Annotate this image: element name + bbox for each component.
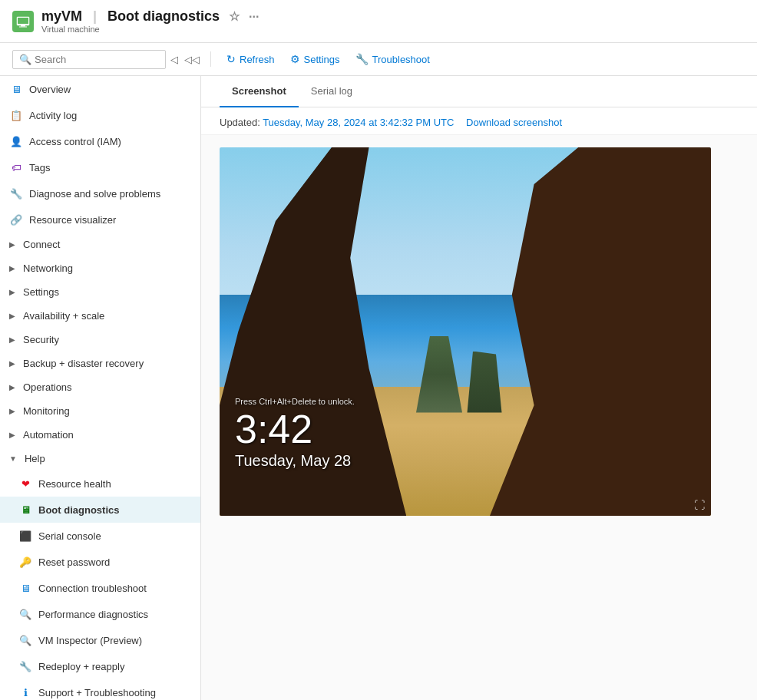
troubleshoot-button[interactable]: 🔧 Troubleshoot [349, 49, 436, 69]
sidebar-item-tags[interactable]: 🏷 Tags [0, 154, 200, 180]
header-title: myVM | Boot diagnostics ☆ ··· Virtual ma… [41, 8, 259, 34]
sidebar-item-resource-visualizer[interactable]: 🔗 Resource visualizer [0, 206, 200, 233]
sidebar-item-activity-log[interactable]: 📋 Activity log [0, 102, 200, 128]
sidebar-item-reset-password[interactable]: 🔑 Reset password [0, 549, 200, 575]
sidebar-item-serial-console[interactable]: ⬛ Serial console [0, 523, 200, 549]
security-chevron: ▶ [9, 335, 15, 344]
sidebar-item-diagnose[interactable]: 🔧 Diagnose and solve problems [0, 180, 200, 206]
sidebar-item-support-troubleshoot[interactable]: ℹ Support + Troubleshooting [0, 679, 200, 700]
reset-password-icon: 🔑 [18, 555, 32, 569]
redeploy-reapply-icon: 🔧 [18, 659, 32, 673]
nav-back2-icon[interactable]: ◁◁ [184, 54, 200, 65]
header: myVM | Boot diagnostics ☆ ··· Virtual ma… [0, 0, 757, 43]
sidebar-item-access-control[interactable]: 👤 Access control (IAM) [0, 128, 200, 154]
sidebar-item-overview[interactable]: 🖥 Overview [0, 76, 200, 102]
tabs-bar: Screenshot Serial log [201, 76, 757, 107]
screenshot-corner-icon: ⛶ [694, 499, 705, 511]
lock-press-text: Press Ctrl+Alt+Delete to unlock. [235, 397, 355, 406]
sidebar: 🖥 Overview 📋 Activity log 👤 Access contr… [0, 76, 201, 700]
sidebar-item-automation[interactable]: ▶ Automation [0, 423, 200, 447]
more-options-icon[interactable]: ··· [249, 10, 259, 24]
sidebar-label-diagnose: Diagnose and solve problems [29, 188, 160, 200]
sidebar-label-performance-diagnostics: Performance diagnostics [38, 609, 148, 620]
backup-chevron: ▶ [9, 359, 15, 368]
sidebar-label-connect: Connect [23, 239, 60, 250]
sidebar-label-backup-recovery: Backup + disaster recovery [23, 358, 144, 369]
download-screenshot-link[interactable]: Download screenshot [466, 117, 562, 128]
resource-health-icon: ❤ [18, 477, 32, 490]
access-control-icon: 👤 [9, 134, 23, 148]
sidebar-item-settings[interactable]: ▶ Settings [0, 280, 200, 304]
resource-visualizer-icon: 🔗 [9, 213, 23, 226]
favorite-icon[interactable]: ☆ [229, 9, 240, 24]
troubleshoot-label: Troubleshoot [372, 54, 430, 65]
sidebar-label-operations: Operations [23, 381, 72, 393]
sidebar-item-availability-scale[interactable]: ▶ Availability + scale [0, 304, 200, 328]
tab-serial-log[interactable]: Serial log [299, 76, 365, 107]
sidebar-label-tags: Tags [29, 162, 50, 173]
sidebar-item-networking[interactable]: ▶ Networking [0, 256, 200, 280]
screenshot-scene: Press Ctrl+Alt+Delete to unlock. 3:42 Tu… [220, 147, 711, 516]
tab-serial-log-label: Serial log [311, 85, 352, 97]
sidebar-label-reset-password: Reset password [38, 556, 110, 568]
support-troubleshoot-icon: ℹ [18, 685, 32, 699]
sidebar-item-resource-health[interactable]: ❤ Resource health [0, 471, 200, 497]
troubleshoot-icon: 🔧 [355, 53, 369, 65]
tags-icon: 🏷 [9, 160, 23, 174]
sidebar-label-monitoring: Monitoring [23, 405, 70, 417]
sidebar-label-connection-troubleshoot: Connection troubleshoot [38, 583, 147, 594]
vm-icon [12, 11, 34, 32]
sidebar-label-resource-visualizer: Resource visualizer [29, 214, 116, 226]
settings-button[interactable]: ⚙ Settings [284, 49, 346, 69]
sidebar-item-connect[interactable]: ▶ Connect [0, 233, 200, 256]
connect-chevron: ▶ [9, 240, 15, 249]
svg-rect-2 [21, 25, 25, 27]
sidebar-label-resource-health: Resource health [38, 478, 111, 490]
tab-screenshot-label: Screenshot [232, 85, 286, 97]
networking-chevron: ▶ [9, 264, 15, 272]
search-icon: 🔍 [19, 54, 31, 65]
sidebar-label-networking: Networking [23, 262, 73, 274]
updated-label: Updated: [220, 117, 260, 128]
sidebar-item-boot-diagnostics[interactable]: 🖥 Boot diagnostics [0, 497, 200, 523]
nav-back-icon[interactable]: ◁ [170, 54, 178, 65]
toolbar-separator [210, 51, 211, 67]
lock-screen-overlay: Press Ctrl+Alt+Delete to unlock. 3:42 Tu… [235, 397, 355, 470]
sidebar-item-security[interactable]: ▶ Security [0, 328, 200, 352]
page-title: Boot diagnostics [107, 8, 220, 25]
activity-log-icon: 📋 [9, 108, 23, 122]
sidebar-item-operations[interactable]: ▶ Operations [0, 375, 200, 399]
sidebar-label-settings: Settings [23, 286, 59, 298]
sidebar-label-activity-log: Activity log [29, 110, 77, 121]
sidebar-item-connection-troubleshoot[interactable]: 🖥 Connection troubleshoot [0, 575, 200, 601]
vm-name: myVM [41, 8, 82, 25]
settings-icon: ⚙ [290, 53, 300, 65]
monitoring-chevron: ▶ [9, 407, 15, 415]
sidebar-label-overview: Overview [29, 84, 71, 95]
sidebar-item-monitoring[interactable]: ▶ Monitoring [0, 399, 200, 423]
screenshot-container: Press Ctrl+Alt+Delete to unlock. 3:42 Tu… [220, 147, 711, 516]
sidebar-label-support-troubleshoot: Support + Troubleshooting [38, 687, 156, 698]
updated-date: Tuesday, May 28, 2024 at 3:42:32 PM UTC [263, 117, 454, 128]
overview-icon: 🖥 [9, 82, 23, 96]
sidebar-item-performance-diagnostics[interactable]: 🔍 Performance diagnostics [0, 601, 200, 627]
settings-chevron: ▶ [9, 288, 15, 296]
search-input[interactable] [35, 54, 159, 65]
updated-info: Updated: Tuesday, May 28, 2024 at 3:42:3… [201, 107, 757, 135]
content-area: Screenshot Serial log Updated: Tuesday, … [201, 76, 757, 700]
sidebar-label-help: Help [25, 453, 45, 464]
search-box[interactable]: 🔍 [12, 50, 166, 69]
sidebar-item-help[interactable]: ▼ Help [0, 447, 200, 471]
refresh-icon: ↻ [226, 53, 236, 65]
refresh-button[interactable]: ↻ Refresh [220, 49, 281, 69]
toolbar: 🔍 ◁ ◁◁ ↻ Refresh ⚙ Settings 🔧 Troublesho… [0, 43, 757, 76]
tab-screenshot[interactable]: Screenshot [220, 76, 299, 107]
sidebar-label-availability-scale: Availability + scale [23, 310, 104, 322]
sidebar-item-backup-recovery[interactable]: ▶ Backup + disaster recovery [0, 352, 200, 375]
sidebar-label-vm-inspector: VM Inspector (Preview) [38, 635, 142, 646]
sidebar-label-redeploy-reapply: Redeploy + reapply [38, 661, 124, 672]
sidebar-item-vm-inspector[interactable]: 🔍 VM Inspector (Preview) [0, 627, 200, 653]
connection-troubleshoot-icon: 🖥 [18, 581, 32, 595]
performance-diagnostics-icon: 🔍 [18, 607, 32, 621]
sidebar-item-redeploy-reapply[interactable]: 🔧 Redeploy + reapply [0, 653, 200, 679]
